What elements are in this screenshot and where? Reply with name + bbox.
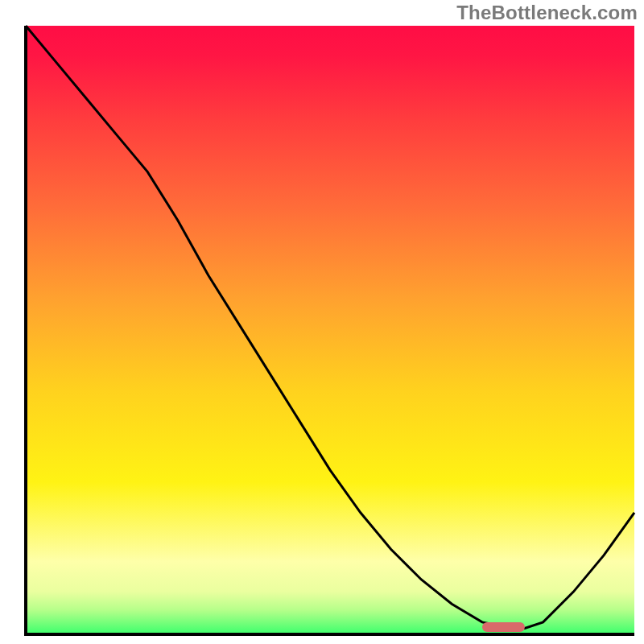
optimum-marker <box>482 622 525 632</box>
plot-background <box>26 26 634 634</box>
watermark-text: TheBottleneck.com <box>456 2 638 24</box>
bottleneck-chart <box>0 0 644 644</box>
